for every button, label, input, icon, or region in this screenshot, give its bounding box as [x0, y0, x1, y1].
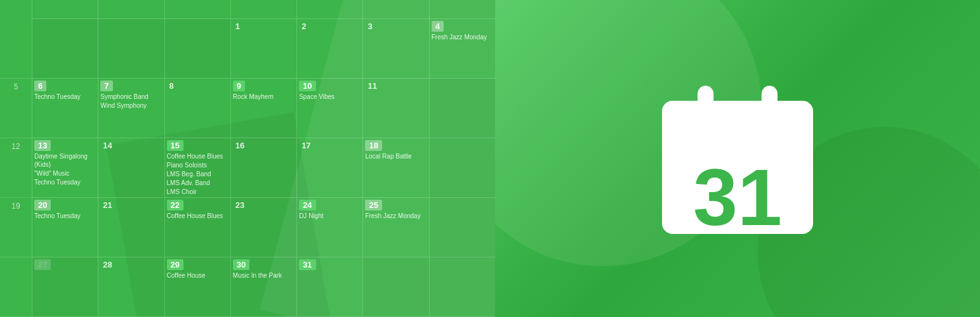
day-num-3: 3: [365, 21, 374, 32]
event-techno-tuesday-3: Techno Tuesday: [34, 212, 96, 220]
week-num-3: 12: [0, 138, 32, 198]
event-lms-adv-band: LMS Adv. Band: [167, 179, 228, 187]
event-daytime-singalong: Daytime Singalong (Kids): [34, 152, 96, 169]
day-num-2: 2: [299, 21, 308, 32]
week-num-4: 19: [0, 198, 32, 257]
calendar-grid: 1 2 3 4 Fresh Jazz Monday 5 6 Techno Tue…: [0, 0, 495, 317]
event-wild-music: "Wild" Music: [34, 169, 96, 178]
day-num-28: 28: [100, 259, 114, 270]
day-cell-24[interactable]: 24 DJ Night: [296, 198, 362, 257]
day-num-24: 24: [299, 200, 315, 210]
empty-pre2: [98, 19, 164, 79]
day-num-11: 11: [365, 81, 379, 91]
event-dj-night: DJ Night: [299, 212, 361, 220]
day-cell-3[interactable]: 3: [362, 19, 428, 79]
week-num-2: 5: [0, 79, 32, 138]
day-num-7: 7: [100, 81, 112, 91]
day-num-14: 14: [100, 140, 114, 151]
day-num-31: 31: [299, 259, 315, 270]
day-cell-9[interactable]: 9 Rock Mayhem: [230, 79, 296, 138]
day-header-mon: [98, 0, 164, 19]
empty-w2-sat: [429, 79, 495, 138]
event-wind-symphony: Wind Symphony: [100, 101, 162, 110]
event-fresh-jazz-monday-1: Fresh Jazz Monday: [432, 33, 493, 41]
day-num-22: 22: [167, 200, 183, 210]
day-cell-29[interactable]: 29 Coffee House: [164, 257, 230, 317]
day-cell-21[interactable]: 21: [98, 198, 164, 257]
deco-section: 31: [495, 0, 980, 317]
day-cell-14[interactable]: 14: [98, 138, 164, 198]
day-header-tue: [164, 0, 230, 19]
day-num-13: 13: [34, 140, 51, 151]
day-cell-31[interactable]: 31: [296, 257, 362, 317]
day-cell-27[interactable]: 27: [32, 257, 98, 317]
event-coffee-house: Coffee House: [167, 271, 228, 280]
day-num-20: 20: [34, 200, 51, 210]
day-cell-17[interactable]: 17: [296, 138, 362, 198]
event-coffee-house-blues-2: Coffee House Blues: [167, 212, 228, 220]
day-cell-15[interactable]: 15 Coffee House Blues Piano Soloists LMS…: [164, 138, 230, 198]
day-cell-30[interactable]: 30 Music In the Park: [230, 257, 296, 317]
calendar-section: 1 2 3 4 Fresh Jazz Monday 5 6 Techno Tue…: [0, 0, 495, 317]
event-techno-tuesday-1: Techno Tuesday: [34, 93, 96, 101]
empty-pre3: [164, 19, 230, 79]
day-num-30: 30: [233, 259, 249, 270]
day-num-18: 18: [365, 140, 381, 151]
svg-rect-5: [762, 86, 778, 117]
event-lms-beg-band: LMS Beg. Band: [167, 170, 228, 178]
day-num-25: 25: [365, 200, 381, 210]
day-num-23: 23: [233, 200, 247, 210]
day-header-thu: [296, 0, 362, 19]
event-rock-mayhem: Rock Mayhem: [233, 93, 295, 101]
day-num-27: 27: [34, 259, 51, 270]
day-num-9: 9: [233, 81, 245, 91]
event-coffee-house-blues-1: Coffee House Blues: [167, 152, 228, 160]
empty-w4-sat: [429, 198, 495, 257]
empty-pre1: [32, 19, 98, 79]
day-cell-20[interactable]: 20 Techno Tuesday: [32, 198, 98, 257]
day-header-fri: [362, 0, 428, 19]
day-cell-4[interactable]: 4 Fresh Jazz Monday: [429, 19, 495, 79]
day-cell-23[interactable]: 23: [230, 198, 296, 257]
day-cell-28[interactable]: 28: [98, 257, 164, 317]
day-cell-25[interactable]: 25 Fresh Jazz Monday: [362, 198, 428, 257]
svg-rect-2: [662, 123, 813, 145]
day-cell-13[interactable]: 13 Daytime Singalong (Kids) "Wild" Music…: [32, 138, 98, 198]
event-space-vibes: Space Vibes: [299, 93, 361, 101]
event-local-rap-battle: Local Rap Battle: [365, 152, 427, 160]
day-cell-10[interactable]: 10 Space Vibes: [296, 79, 362, 138]
event-symphonic-band: Symphonic Band: [100, 93, 162, 101]
event-piano-soloists: Piano Soloists: [167, 161, 228, 169]
day-header-sat: [429, 0, 495, 19]
day-num-29: 29: [167, 259, 183, 270]
day-num-4: 4: [432, 21, 444, 32]
day-cell-2[interactable]: 2: [296, 19, 362, 79]
week-num-header: [0, 0, 32, 19]
day-num-8: 8: [167, 81, 176, 91]
day-cell-22[interactable]: 22 Coffee House Blues: [164, 198, 230, 257]
week-num-1: [0, 19, 32, 79]
event-techno-tuesday-2: Techno Tuesday: [34, 178, 96, 186]
day-num-15: 15: [167, 140, 183, 151]
day-num-17: 17: [299, 140, 313, 151]
day-cell-6[interactable]: 6 Techno Tuesday: [32, 79, 98, 138]
day-num-6: 6: [34, 81, 46, 91]
day-cell-8[interactable]: 8: [164, 79, 230, 138]
day-header-sun: [32, 0, 98, 19]
day-num-21: 21: [100, 200, 114, 210]
day-cell-18[interactable]: 18 Local Rap Battle: [362, 138, 428, 198]
day-num-1: 1: [233, 21, 242, 32]
empty-w5-6: [362, 257, 428, 317]
day-cell-1[interactable]: 1: [230, 19, 296, 79]
day-num-10: 10: [299, 81, 315, 91]
event-lms-choir: LMS Choir: [167, 188, 228, 196]
empty-w5-7: [429, 257, 495, 317]
day-cell-7[interactable]: 7 Symphonic Band Wind Symphony: [98, 79, 164, 138]
day-cell-16[interactable]: 16: [230, 138, 296, 198]
calendar-icon: 31: [649, 70, 826, 247]
day-num-16: 16: [233, 140, 247, 151]
week-num-5: [0, 257, 32, 317]
svg-rect-4: [698, 86, 713, 117]
day-cell-11[interactable]: 11: [362, 79, 428, 138]
day-header-wed: [230, 0, 296, 19]
